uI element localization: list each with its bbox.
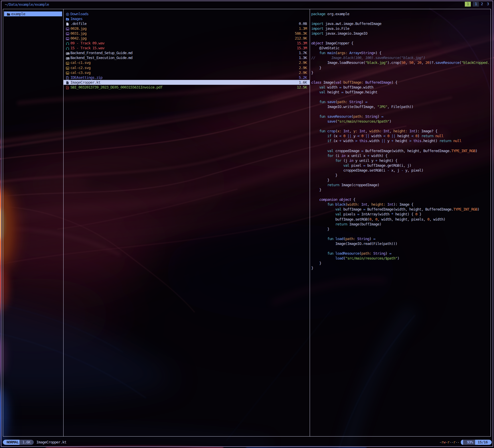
code-line: @JvmStatic <box>311 46 490 50</box>
code-token: } <box>311 227 329 231</box>
code-token: width: <box>369 129 381 133</box>
code-token <box>311 129 319 133</box>
code-token: import <box>311 26 323 31</box>
file-row[interactable]: 0028.jpg1.3M <box>64 26 310 31</box>
code-token: buffImage.width <box>341 85 373 89</box>
file-row[interactable]: cal-c1.svg2.9K <box>64 60 310 65</box>
code-token: ImageCropper { <box>323 41 353 45</box>
file-row[interactable]: 09 - Track 09.wav15.3M <box>64 41 310 46</box>
code-line: } <box>311 187 490 192</box>
file-name: cal-c2.svg <box>70 65 90 70</box>
tab-3[interactable]: 3 <box>485 2 491 7</box>
file-name: IDEAsettings.zip <box>70 75 102 80</box>
headphones-icon <box>66 46 69 50</box>
code-token <box>325 129 327 133</box>
code-token: path: <box>337 100 347 104</box>
file-row[interactable]: .dotfile0.0B <box>64 21 310 26</box>
code-token: String <box>361 51 373 55</box>
code-token: width) { <box>369 154 387 158</box>
file-size: 586.3K <box>295 31 307 36</box>
code-token: object <box>339 197 351 202</box>
scroll-percent: 93% <box>463 440 475 445</box>
file-name: cal-c1.svg <box>70 60 90 65</box>
code-token: "src/main/resources/$path" <box>345 256 397 260</box>
code-token: = <box>373 237 375 241</box>
code-token: width <box>369 134 383 138</box>
file-row[interactable]: Backend_Frontend_Setup_Guide.md1.7K <box>64 50 310 55</box>
code-token: buffImage.setRGB( <box>311 217 369 221</box>
file-row[interactable]: IDEAsettings.zip5.2K <box>64 75 310 80</box>
file-row[interactable]: 15 - Track 15.wav15.3M <box>64 46 310 50</box>
code-line <box>311 36 490 41</box>
code-line <box>311 75 490 80</box>
breadcrumb-path[interactable]: ~/Data/example/example <box>5 2 49 7</box>
code-token: = <box>381 114 383 119</box>
code-token: return <box>335 222 347 226</box>
code-token: fun <box>319 129 325 133</box>
file-row[interactable]: ImageCropper.kt1.6K <box>64 80 310 85</box>
code-token: ) <box>389 119 391 123</box>
code-token: x, j <box>389 168 401 172</box>
parent-dir-row[interactable]: example <box>4 11 62 16</box>
code-token: org.example <box>325 12 349 16</box>
code-token <box>311 134 327 138</box>
code-line: ImageIO.write(buffImage, "JPG", File(pat… <box>311 104 490 109</box>
code-token: this <box>413 139 421 143</box>
permission-char: - <box>439 440 441 444</box>
file-row[interactable]: Downloads <box>64 11 310 16</box>
code-token: y <box>351 134 357 138</box>
screen: {"header":{"path_tilde":"~","path_rest":… <box>0 0 494 448</box>
code-token: fun <box>327 237 333 241</box>
code-token <box>311 149 327 153</box>
file-size: 1.7K <box>299 50 307 55</box>
code-token: y <box>385 139 391 143</box>
code-token: @JvmStatic <box>311 46 339 50</box>
code-token: ) <box>477 207 479 211</box>
code-token: ) <box>397 256 399 260</box>
code-token: Image(croppedImage) <box>339 183 379 187</box>
code-token: ) <box>385 251 389 256</box>
pill-left-cap <box>461 440 463 445</box>
code-token: .width <box>367 139 381 143</box>
file-row[interactable]: SBI_0032013739_2023_DE05_0003155631Invoi… <box>64 85 310 90</box>
code-line: val pixels = IntArray(width * height) { … <box>311 212 490 217</box>
code-token: width: <box>347 202 359 207</box>
code-line: fun black(width: Int, height: Int): Imag… <box>311 202 490 207</box>
image-icon <box>66 37 69 40</box>
code-token <box>311 90 319 94</box>
code-token: (j <box>341 158 349 163</box>
file-row[interactable]: Backend_Test_Execution_Guide.md1.3K <box>64 55 310 60</box>
code-token: , <box>413 60 417 65</box>
code-token: , <box>365 129 369 133</box>
code-token <box>311 51 319 55</box>
code-token: fun <box>319 114 325 119</box>
file-row[interactable]: cal-c3.svg2.9K <box>64 70 310 75</box>
code-token: loadResource <box>335 251 359 256</box>
code-token: ): Image { <box>393 202 413 207</box>
code-token <box>311 183 327 187</box>
file-row[interactable]: 0042.jpg212.9K <box>64 36 310 41</box>
code-token: height <box>393 139 409 143</box>
file-row[interactable]: 0031.jpg586.3K <box>64 31 310 36</box>
code-token: , width, height, pixels, <box>377 217 427 221</box>
file-row[interactable]: cal-c2.svg2.9K <box>64 65 310 70</box>
code-line: } <box>311 65 490 70</box>
file-row[interactable]: Images <box>64 16 310 21</box>
code-token: 50 <box>401 60 405 65</box>
code-token <box>311 154 327 158</box>
tab-1-active[interactable]: 1 <box>473 2 479 7</box>
code-token: companion <box>319 197 337 202</box>
tasks-count-badge: 1 <box>465 2 471 7</box>
code-line <box>311 95 490 99</box>
code-token: } <box>311 70 313 75</box>
code-line: val height = buffImage.height <box>311 90 490 95</box>
code-token: (x <box>331 134 339 138</box>
code-token: val <box>335 80 341 85</box>
code-token: , <box>405 60 409 65</box>
tab-2[interactable]: 2 <box>479 2 485 7</box>
code-token: } <box>311 66 321 70</box>
permissions-text: -rw-r--r-- <box>439 440 459 445</box>
code-token: buffImage: <box>343 80 363 85</box>
path-rest: /Data/example/example <box>7 2 49 7</box>
folder-image-icon <box>66 17 69 20</box>
